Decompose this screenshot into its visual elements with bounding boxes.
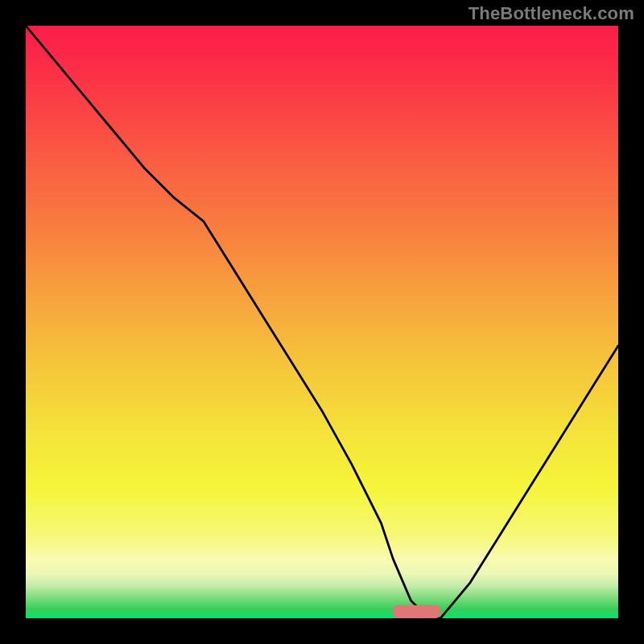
bottleneck-chart — [26, 26, 618, 618]
chart-frame: TheBottleneck.com — [0, 0, 644, 644]
gradient-background — [26, 26, 618, 618]
plot-area — [26, 26, 618, 618]
optimal-range-marker — [393, 605, 440, 618]
attribution-label: TheBottleneck.com — [469, 3, 634, 24]
